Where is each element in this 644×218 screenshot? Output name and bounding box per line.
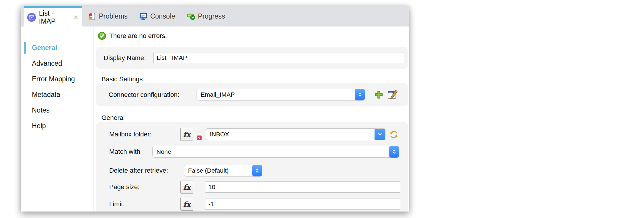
add-config-icon[interactable] [374,90,383,99]
mailbox-folder-row: Mailbox folder: fx x [96,128,408,140]
delete-after-retrieve-value: False (Default) [188,167,229,174]
sidebar-item-notes[interactable]: Notes [21,103,94,118]
combo-dropdown-icon[interactable] [375,129,385,140]
match-with-value: None [156,148,171,155]
sidebar-item-error-mapping[interactable]: Error Mapping [21,71,94,87]
tab-label: Problems [99,12,128,20]
limit-label: Limit: [109,198,125,210]
limit-row: Limit: fx [96,198,408,210]
edit-config-icon[interactable] [388,90,398,99]
match-with-row: Match with None [96,146,408,158]
select-spinner-icon [389,146,399,158]
page-size-input[interactable] [205,181,400,193]
general-box: Mailbox folder: fx x [96,122,408,212]
progress-icon [187,12,195,20]
page-size-label: Page size: [109,181,140,193]
tab-progress[interactable]: Progress [181,6,231,27]
display-name-input[interactable] [153,52,404,63]
console-icon [139,12,147,20]
display-name-box: Display Name: [96,47,408,69]
tab-console[interactable]: Console [133,6,181,27]
display-name-label: Display Name: [104,47,146,69]
tab-label: Progress [198,12,225,20]
fx-expression-icon[interactable]: fx [180,198,193,211]
tab-label: Console [150,12,175,20]
section-nav-sidebar: General Advanced Error Mapping Metadata … [21,27,94,212]
basic-settings-box: Connector configuration: Email_IMAP [96,83,408,106]
sidebar-item-general[interactable]: General [21,40,94,56]
refresh-icon[interactable] [389,129,399,140]
tab-list-imap[interactable]: List - IMAP × [24,6,82,27]
mailbox-folder-input[interactable] [206,129,375,140]
delete-after-retrieve-label: Delete after retrieve: [109,165,168,176]
tab-label: List - IMAP [39,9,70,25]
mailbox-folder-label: Mailbox folder: [109,128,151,140]
page-size-row: Page size: fx [96,181,408,193]
connector-configuration-label: Connector configuration: [109,83,179,106]
status-message: There are no errors. [109,32,167,40]
close-icon[interactable]: × [73,13,79,22]
fx-expression-icon[interactable]: fx [180,128,193,141]
select-spinner-icon [252,165,262,176]
general-title: General [102,114,125,122]
match-with-label: Match with [109,146,140,158]
email-icon [27,13,36,22]
success-check-icon [98,32,106,41]
tab-bar: List - IMAP × Problems Console Progr [21,6,409,27]
mailbox-folder-combobox[interactable] [206,128,385,140]
tab-problems[interactable]: Problems [82,6,133,27]
properties-editor-panel: List - IMAP × Problems Console Progr [21,6,409,212]
select-spinner-icon [355,89,365,100]
problems-icon [88,12,96,20]
delete-after-retrieve-row: Delete after retrieve: False (Default) [96,165,408,176]
connector-configuration-select[interactable]: Email_IMAP [197,89,365,100]
sidebar-item-metadata[interactable]: Metadata [21,87,94,103]
fx-expression-icon[interactable]: fx [180,181,193,194]
basic-settings-title: Basic Settings [102,75,143,83]
sidebar-item-help[interactable]: Help [21,118,94,134]
connector-configuration-value: Email_IMAP [201,91,235,98]
limit-input[interactable] [205,199,400,210]
delete-after-retrieve-select[interactable]: False (Default) [184,165,262,176]
error-badge-icon: x [197,136,202,140]
properties-form: There are no errors. Display Name: Basic… [94,27,409,212]
sidebar-item-advanced[interactable]: Advanced [21,56,94,71]
match-with-select[interactable]: None [152,146,399,158]
desktop-canvas: List - IMAP × Problems Console Progr [0,0,644,218]
